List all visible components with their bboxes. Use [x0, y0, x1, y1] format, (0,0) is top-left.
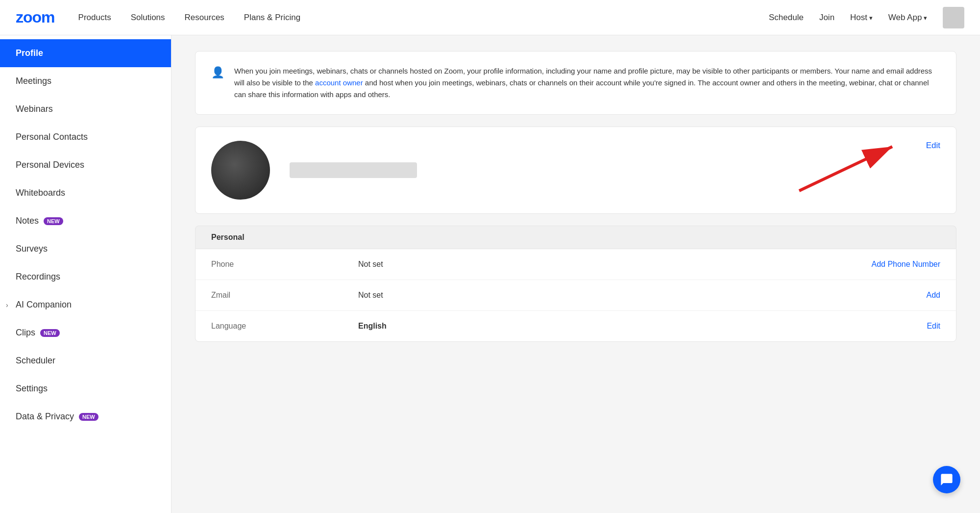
svg-line-1: [799, 147, 892, 191]
info-banner-text: When you join meetings, webinars, chats …: [234, 65, 940, 101]
sidebar-item-ai-companion[interactable]: › AI Companion: [0, 291, 171, 319]
phone-value: Not set: [358, 260, 871, 269]
chat-support-button[interactable]: [933, 466, 960, 493]
nav-right: Schedule Join Host Web App: [769, 7, 964, 28]
add-phone-number-button[interactable]: Add Phone Number: [871, 260, 940, 269]
sidebar-label-surveys: Surveys: [16, 244, 48, 254]
sidebar-label-clips: Clips: [16, 328, 35, 338]
nav-web-app[interactable]: Web App: [888, 13, 927, 23]
phone-row: Phone Not set Add Phone Number: [196, 249, 956, 280]
main-content: 👤 When you join meetings, webinars, chat…: [172, 35, 980, 513]
info-banner: 👤 When you join meetings, webinars, chat…: [195, 51, 956, 115]
sidebar-item-recordings[interactable]: Recordings: [0, 263, 171, 291]
language-label: Language: [211, 322, 358, 331]
profile-section: Edit: [195, 127, 956, 214]
nav-solutions[interactable]: Solutions: [131, 13, 165, 23]
sidebar-label-data-privacy: Data & Privacy: [16, 411, 74, 422]
profile-avatar: [211, 141, 270, 200]
zmail-value: Not set: [358, 291, 927, 300]
sidebar-label-whiteboards: Whiteboards: [16, 188, 65, 198]
clips-new-badge: NEW: [40, 329, 60, 337]
profile-name-blurred: [290, 162, 417, 178]
page-layout: Profile Meetings Webinars Personal Conta…: [0, 35, 980, 513]
edit-language-button[interactable]: Edit: [927, 322, 940, 331]
topnav: zoom Products Solutions Resources Plans …: [0, 0, 980, 35]
sidebar-item-data-privacy[interactable]: Data & Privacy NEW: [0, 403, 171, 431]
sidebar-item-scheduler[interactable]: Scheduler: [0, 347, 171, 375]
notes-new-badge: NEW: [44, 217, 63, 225]
sidebar-label-notes: Notes: [16, 216, 39, 226]
edit-profile-link[interactable]: Edit: [926, 141, 940, 151]
nav-resources[interactable]: Resources: [185, 13, 224, 23]
zmail-row: Zmail Not set Add: [196, 280, 956, 311]
personal-section-body: Phone Not set Add Phone Number Zmail Not…: [195, 249, 956, 342]
info-icon: 👤: [211, 66, 224, 79]
sidebar-label-personal-devices: Personal Devices: [16, 160, 84, 170]
sidebar-item-whiteboards[interactable]: Whiteboards: [0, 179, 171, 207]
sidebar: Profile Meetings Webinars Personal Conta…: [0, 35, 172, 513]
zmail-label: Zmail: [211, 291, 358, 300]
sidebar-item-surveys[interactable]: Surveys: [0, 235, 171, 263]
sidebar-label-webinars: Webinars: [16, 104, 53, 114]
chevron-icon: ›: [6, 301, 8, 309]
sidebar-item-profile[interactable]: Profile: [0, 39, 171, 67]
personal-section: Personal Phone Not set Add Phone Number …: [195, 226, 956, 342]
sidebar-label-settings: Settings: [16, 384, 48, 394]
language-value: English: [358, 322, 927, 331]
phone-label: Phone: [211, 260, 358, 269]
nav-join[interactable]: Join: [819, 13, 834, 23]
sidebar-label-personal-contacts: Personal Contacts: [16, 132, 88, 142]
sidebar-label-recordings: Recordings: [16, 272, 60, 282]
language-row: Language English Edit: [196, 311, 956, 341]
sidebar-item-clips[interactable]: Clips NEW: [0, 319, 171, 347]
nav-products[interactable]: Products: [78, 13, 111, 23]
nav-plans-pricing[interactable]: Plans & Pricing: [244, 13, 300, 23]
sidebar-item-personal-devices[interactable]: Personal Devices: [0, 151, 171, 179]
chat-icon: [940, 473, 954, 487]
data-privacy-new-badge: NEW: [79, 413, 98, 421]
sidebar-item-personal-contacts[interactable]: Personal Contacts: [0, 123, 171, 151]
sidebar-item-meetings[interactable]: Meetings: [0, 67, 171, 95]
account-owner-link[interactable]: account owner: [315, 78, 363, 87]
add-zmail-button[interactable]: Add: [927, 291, 940, 300]
sidebar-label-profile: Profile: [16, 48, 43, 58]
nav-schedule[interactable]: Schedule: [769, 13, 804, 23]
sidebar-label-meetings: Meetings: [16, 76, 51, 86]
nav-host[interactable]: Host: [850, 13, 873, 23]
user-avatar[interactable]: [943, 7, 964, 28]
sidebar-item-settings[interactable]: Settings: [0, 375, 171, 403]
zoom-logo[interactable]: zoom: [16, 8, 55, 26]
sidebar-item-notes[interactable]: Notes NEW: [0, 207, 171, 235]
personal-section-header: Personal: [195, 226, 956, 249]
sidebar-item-webinars[interactable]: Webinars: [0, 95, 171, 123]
sidebar-label-scheduler: Scheduler: [16, 356, 55, 366]
annotation-arrow: [770, 137, 927, 196]
sidebar-label-ai-companion: AI Companion: [16, 300, 72, 310]
nav-links: Products Solutions Resources Plans & Pri…: [78, 13, 769, 23]
